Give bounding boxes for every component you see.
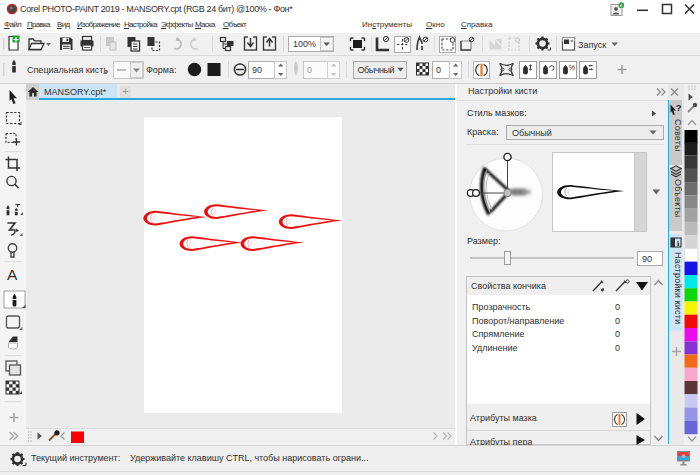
svg-text:%: % <box>569 64 575 71</box>
svg-text:Специальная кисть: Специальная кисть <box>27 65 108 75</box>
svg-text:0: 0 <box>307 65 312 75</box>
svg-text:Запуск: Запуск <box>578 40 606 50</box>
svg-text:0: 0 <box>436 65 441 75</box>
svg-text:A: A <box>7 266 18 283</box>
svg-text:Форма:: Форма: <box>146 65 177 75</box>
svg-text:100%: 100% <box>293 39 316 49</box>
svg-text:90: 90 <box>252 65 262 75</box>
svg-text:Обычный: Обычный <box>358 65 395 75</box>
svg-text:?: ? <box>676 103 682 113</box>
